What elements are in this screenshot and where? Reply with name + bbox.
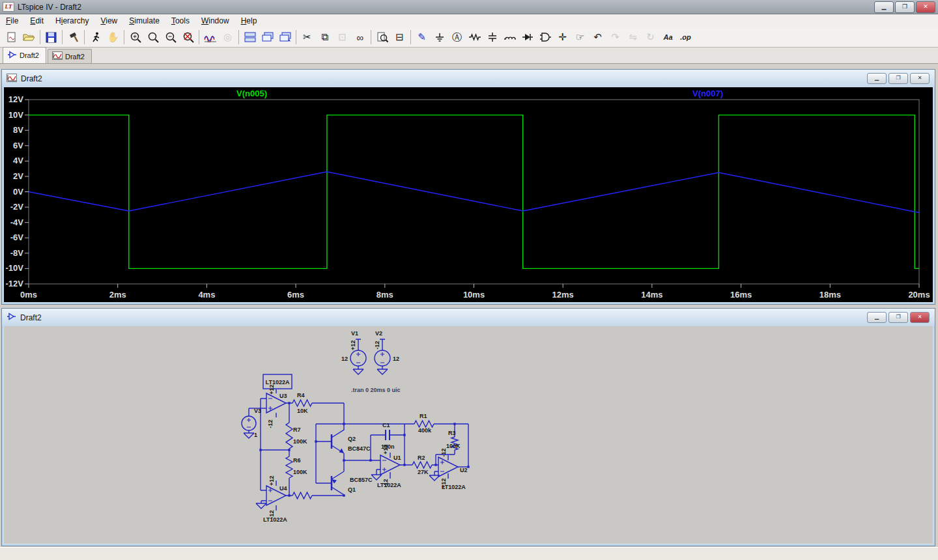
place-capacitor-icon[interactable] xyxy=(483,29,501,46)
pan-icon[interactable]: ◎ xyxy=(219,29,236,46)
draw-wire-icon[interactable]: ✎ xyxy=(413,29,431,46)
autorange-y-axis-icon[interactable] xyxy=(201,29,219,46)
toolbar-separator xyxy=(40,30,40,44)
svg-text:U1: U1 xyxy=(393,455,401,461)
restore-button[interactable]: ❐ xyxy=(888,73,908,84)
wire[interactable] xyxy=(261,399,289,490)
close-button[interactable]: ✕ xyxy=(916,1,935,13)
plot-border xyxy=(29,100,919,284)
legend-V(n005)[interactable]: V(n005) xyxy=(236,89,267,98)
svg-text:C1: C1 xyxy=(382,422,390,428)
x-tick-label: 8ms xyxy=(377,290,393,300)
place-component-icon[interactable] xyxy=(536,29,554,46)
print-preview-icon[interactable] xyxy=(373,29,391,46)
undo-icon[interactable]: ↶ xyxy=(589,29,606,46)
y-tick-label: 8V xyxy=(13,125,23,135)
svg-text:+12: +12 xyxy=(268,384,275,394)
wire[interactable] xyxy=(344,453,371,471)
wire[interactable] xyxy=(316,424,332,483)
legend-V(n007)[interactable]: V(n007) xyxy=(692,89,723,98)
spice-directive-icon[interactable]: .op xyxy=(677,29,694,46)
find-icon[interactable]: ∞ xyxy=(351,29,369,46)
rotate-icon[interactable]: ↻ xyxy=(642,29,659,46)
toolbar-separator xyxy=(238,30,239,44)
waveform-window-titlebar[interactable]: Draft2 ▁ ❐ ✕ xyxy=(2,70,935,87)
schematic-canvas[interactable]: V1 +12 12 V2 -12 12 V3 1 LT1022A +12 -12… xyxy=(4,326,933,544)
menu-view[interactable]: View xyxy=(94,15,123,27)
y-tick-label: -6V xyxy=(10,232,24,242)
schematic-window-titlebar[interactable]: Draft2 ▁ ❐ ✕ xyxy=(2,309,935,326)
minimize-button[interactable]: ▁ xyxy=(874,1,894,13)
cascade-windows-icon[interactable] xyxy=(259,29,276,46)
redo-icon[interactable]: ↷ xyxy=(606,29,624,46)
place-diode-icon[interactable] xyxy=(519,29,536,46)
svg-text:V1: V1 xyxy=(351,330,358,337)
close-button[interactable]: ✕ xyxy=(910,73,930,84)
minimize-button[interactable]: ▁ xyxy=(867,312,887,323)
component-q1[interactable] xyxy=(332,471,344,496)
trace-V(n005)[interactable] xyxy=(29,115,919,269)
move-icon[interactable]: ✛ xyxy=(554,29,571,46)
component-r1[interactable] xyxy=(316,421,468,427)
tab-label: Draft2 xyxy=(20,51,39,59)
svg-text:LT1022A: LT1022A xyxy=(442,484,466,490)
waveform-plot[interactable]: 12V10V8V6V4V2V0V-2V-4V-6V-8V-10V-12V0ms2… xyxy=(4,87,933,301)
y-tick-label: 4V xyxy=(13,156,23,165)
place-resistor-icon[interactable] xyxy=(466,29,483,46)
wire[interactable] xyxy=(400,424,412,465)
minimize-button[interactable]: ▁ xyxy=(867,73,887,84)
menu-help[interactable]: Help xyxy=(235,15,263,27)
zoom-back-icon[interactable] xyxy=(179,29,197,46)
menu-hierarchy[interactable]: Hierarchy xyxy=(50,15,94,27)
menu-tools[interactable]: Tools xyxy=(165,15,195,27)
text-icon[interactable]: Aa xyxy=(659,29,677,46)
menu-file[interactable]: File xyxy=(0,15,24,27)
svg-text:BC857C: BC857C xyxy=(350,477,373,483)
svg-text:R4: R4 xyxy=(297,392,305,399)
new-schematic-icon[interactable] xyxy=(3,29,20,46)
place-ground-icon[interactable] xyxy=(431,29,448,46)
schematic-window: Draft2 ▁ ❐ ✕ xyxy=(1,308,935,546)
component-r7[interactable] xyxy=(286,403,292,456)
svg-text:R2: R2 xyxy=(418,455,425,461)
ltspice-logo-icon: LT xyxy=(3,2,14,12)
y-tick-label: -2V xyxy=(10,202,24,212)
y-tick-label: -10V xyxy=(6,263,24,273)
close-button[interactable]: ✕ xyxy=(910,312,930,323)
paste-icon[interactable]: ⊡ xyxy=(334,29,351,46)
place-inductor-icon[interactable] xyxy=(501,29,519,46)
x-tick-label: 10ms xyxy=(463,290,485,300)
run-icon[interactable] xyxy=(87,29,104,46)
new-window-icon[interactable] xyxy=(276,29,294,46)
menu-edit[interactable]: Edit xyxy=(24,15,50,27)
copy-icon[interactable]: ⧉ xyxy=(316,29,334,46)
cut-icon[interactable]: ✂ xyxy=(298,29,316,46)
drag-icon[interactable]: ☞ xyxy=(571,29,589,46)
zoom-out-icon[interactable] xyxy=(162,29,179,46)
open-icon[interactable] xyxy=(20,29,38,46)
tab-draft2-schematic[interactable]: Draft2 xyxy=(3,47,46,63)
restore-button[interactable]: ❐ xyxy=(888,312,908,323)
waveform-window: Draft2 ▁ ❐ ✕ 12V10V8V6V4V2V0V-2V-4V-6V-8… xyxy=(1,69,935,305)
maximize-button[interactable]: ❐ xyxy=(895,1,915,13)
waveform-plot-area[interactable]: 12V10V8V6V4V2V0V-2V-4V-6V-8V-10V-12V0ms2… xyxy=(4,87,933,302)
control-panel-icon[interactable] xyxy=(64,29,82,46)
menu-simulate[interactable]: Simulate xyxy=(123,15,165,27)
save-icon[interactable] xyxy=(42,29,60,46)
print-icon[interactable]: ⊟ xyxy=(391,29,408,46)
component-r5[interactable] xyxy=(286,492,344,499)
app-titlebar[interactable]: LT LTspice IV - Draft2 ▁ ❐ ✕ xyxy=(0,0,938,14)
menu-window[interactable]: Window xyxy=(195,15,235,27)
zoom-extents-icon[interactable] xyxy=(144,29,162,46)
component-r2[interactable] xyxy=(412,462,438,468)
tab-draft2-waveform[interactable]: Draft2 xyxy=(48,49,92,63)
label-net-icon[interactable]: Ⓐ xyxy=(448,29,466,46)
component-q2[interactable] xyxy=(332,424,344,453)
component-r4[interactable] xyxy=(286,400,344,424)
trace-V(n007)[interactable] xyxy=(29,172,919,213)
svg-text:U3: U3 xyxy=(279,393,287,399)
halt-icon[interactable]: ✋ xyxy=(104,29,122,46)
zoom-in-icon[interactable] xyxy=(126,29,144,46)
mirror-icon[interactable]: ⇋ xyxy=(624,29,642,46)
tile-windows-icon[interactable] xyxy=(241,29,259,46)
